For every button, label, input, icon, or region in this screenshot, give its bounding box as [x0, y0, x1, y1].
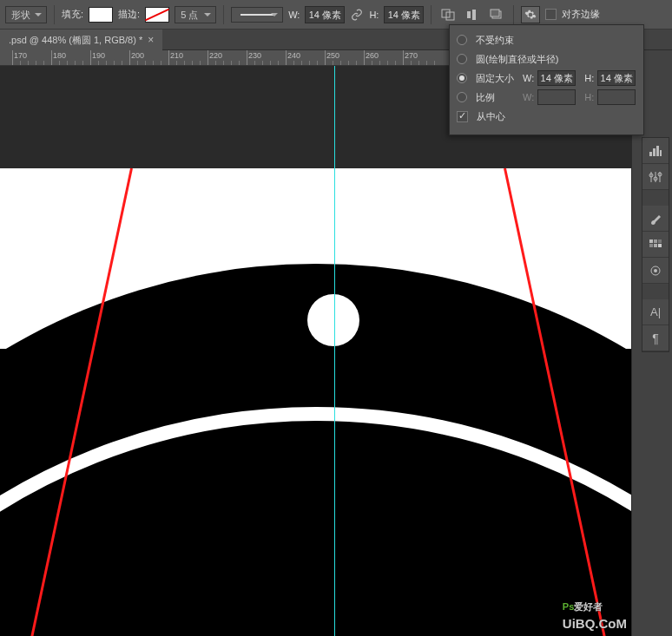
height-label: H:: [369, 10, 379, 20]
ruler-tick-label: 210: [170, 51, 183, 60]
svg-rect-7: [653, 148, 656, 156]
stroke-width-dropdown[interactable]: 5 点: [175, 6, 216, 23]
from-center-label: 从中心: [477, 110, 505, 123]
swatches-panel-icon[interactable]: [642, 232, 669, 258]
svg-rect-21: [658, 244, 662, 247]
radio-proportional[interactable]: [457, 92, 467, 102]
dock-gap: [642, 190, 669, 206]
svg-rect-3: [472, 10, 476, 20]
shape-options-gear-icon[interactable]: [521, 6, 540, 23]
ruler-tick-label: 240: [287, 51, 300, 60]
watermark-txt: 爱好者: [574, 601, 603, 612]
divider: [431, 5, 432, 24]
panel-dock: A| ¶: [642, 137, 669, 352]
styles-panel-icon[interactable]: [642, 258, 669, 284]
radio-proportional-label: 比例: [476, 91, 519, 104]
radio-unconstrained-label: 不受约束: [476, 34, 514, 47]
canvas[interactable]: [0, 66, 631, 636]
stroke-label: 描边:: [118, 8, 140, 21]
stroke-swatch[interactable]: [145, 7, 169, 23]
ruler-tick-label: 170: [14, 51, 27, 60]
dock-gap: [642, 284, 669, 299]
fill-swatch[interactable]: [89, 7, 113, 23]
from-center-checkbox[interactable]: [457, 111, 468, 122]
path-align-icon[interactable]: [463, 6, 482, 23]
stroke-style-dropdown[interactable]: [231, 7, 283, 23]
prop-h-input: [597, 89, 636, 105]
radio-unconstrained[interactable]: [457, 35, 467, 45]
document-tab[interactable]: .psd @ 448% (椭圆 1, RGB/8) * ×: [0, 30, 162, 50]
radio-circle-label: 圆(绘制直径或半径): [476, 53, 558, 66]
close-icon[interactable]: ×: [148, 30, 154, 50]
link-wh-icon[interactable]: [350, 8, 364, 22]
watermark-ps: Ps: [563, 601, 574, 612]
path-arrange-icon[interactable]: [487, 6, 506, 23]
path-combine-icon[interactable]: [438, 6, 458, 23]
align-edges-label: 对齐边缘: [562, 8, 600, 21]
divider: [513, 5, 514, 24]
ruler-tick-label: 270: [405, 51, 418, 60]
svg-rect-6: [649, 152, 652, 156]
svg-rect-16: [649, 239, 653, 243]
ruler-tick-label: 220: [209, 51, 222, 60]
artboard: [0, 168, 631, 636]
watermark-url: UiBQ.CoM: [563, 616, 627, 631]
svg-rect-19: [649, 244, 653, 247]
svg-rect-17: [654, 239, 657, 243]
svg-rect-2: [467, 11, 471, 18]
ruler-tick-label: 190: [92, 51, 105, 60]
ruler-tick-label: 230: [248, 51, 261, 60]
white-circle: [307, 294, 359, 346]
svg-rect-5: [491, 10, 499, 16]
prop-w-input: [537, 89, 576, 105]
divider: [54, 5, 55, 24]
align-edges-checkbox[interactable]: [545, 9, 557, 20]
ruler-tick-label: 260: [366, 51, 379, 60]
divider: [223, 5, 224, 24]
ruler-tick-label: 200: [131, 51, 144, 60]
character-panel-icon[interactable]: A|: [642, 299, 669, 325]
ruler-tick-label: 250: [326, 51, 339, 60]
svg-rect-9: [660, 150, 662, 156]
radio-circle[interactable]: [457, 54, 467, 64]
adjustments-panel-icon[interactable]: [642, 164, 669, 190]
fixed-w-label: W:: [523, 73, 534, 83]
vertical-guide[interactable]: [334, 66, 335, 636]
brush-panel-icon[interactable]: [642, 206, 669, 232]
document-tab-title: .psd @ 448% (椭圆 1, RGB/8) *: [9, 30, 142, 50]
histogram-panel-icon[interactable]: [642, 138, 669, 164]
fixed-h-label: H:: [584, 73, 594, 83]
svg-rect-20: [654, 244, 657, 247]
ellipse-options-flyout: 不受约束 圆(绘制直径或半径) 固定大小 W: 14 像素 H: 14 像素 比…: [449, 24, 644, 135]
fill-label: 填充:: [62, 8, 83, 21]
width-label: W:: [288, 10, 300, 20]
fixed-w-input[interactable]: 14 像素: [537, 70, 576, 86]
tool-mode-dropdown[interactable]: 形状: [5, 6, 47, 23]
width-input[interactable]: 14 像素: [305, 6, 345, 23]
radio-fixed-size[interactable]: [457, 73, 467, 83]
svg-rect-8: [656, 146, 659, 156]
fixed-h-input[interactable]: 14 像素: [597, 70, 636, 86]
svg-rect-18: [658, 239, 662, 243]
svg-point-23: [654, 269, 657, 272]
paragraph-panel-icon[interactable]: ¶: [642, 325, 669, 351]
ruler-tick-label: 180: [53, 51, 66, 60]
radio-fixed-size-label: 固定大小: [476, 72, 519, 85]
right-panel-strip: A| ¶: [631, 50, 672, 636]
prop-h-label: H:: [584, 92, 594, 102]
height-input[interactable]: 14 像素: [384, 6, 424, 23]
prop-w-label: W:: [523, 92, 534, 102]
watermark: Ps爱好者 UiBQ.CoM: [563, 596, 627, 633]
